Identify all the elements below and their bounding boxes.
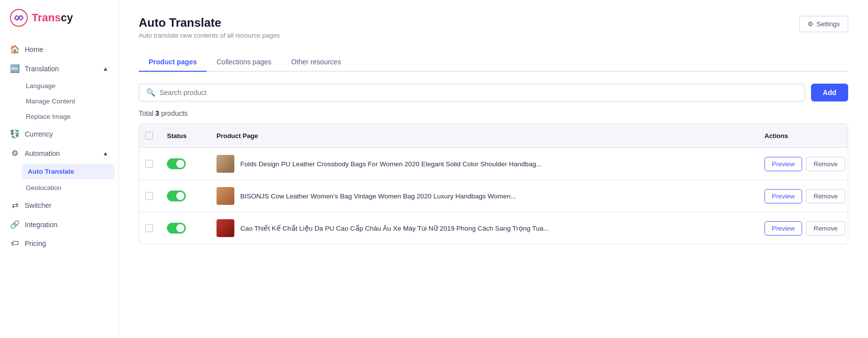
row1-preview-button[interactable]: Preview	[764, 157, 802, 171]
row1-product-name-text: Folds Design PU Leather Crossbody Bags F…	[240, 160, 542, 168]
sidebar-item-switcher[interactable]: ⇄ Switcher	[0, 195, 118, 215]
sidebar-item-replace-image[interactable]: Replace Image	[0, 109, 118, 124]
sidebar-item-pricing[interactable]: 🏷 Pricing	[0, 234, 118, 253]
translation-chevron-icon: ▲	[103, 65, 108, 72]
total-count: 3	[155, 109, 159, 117]
sidebar-item-currency[interactable]: 💱 Currency	[0, 124, 118, 144]
row1-action-buttons: Preview Remove	[764, 157, 845, 171]
sidebar-item-auto-translate[interactable]: Auto Translate	[22, 164, 114, 179]
auto-translate-label: Auto Translate	[28, 168, 74, 175]
tab-product-pages-label: Product pages	[149, 58, 197, 66]
tab-product-pages[interactable]: Product pages	[139, 53, 207, 72]
add-button[interactable]: Add	[811, 84, 848, 101]
sidebar-item-integration-label: Integration	[25, 221, 57, 229]
sidebar-item-home-label: Home	[25, 46, 43, 53]
sidebar-group-automation[interactable]: ⚙ Automation ▲	[0, 144, 118, 163]
page-title: Auto Translate	[139, 16, 280, 30]
search-input[interactable]	[160, 89, 798, 97]
sidebar-item-integration[interactable]: 🔗 Integration	[0, 215, 118, 234]
replace-image-label: Replace Image	[26, 113, 71, 120]
row3-toggle[interactable]	[167, 223, 186, 234]
page-header-text: Auto Translate Auto translate new conten…	[139, 16, 280, 39]
logo-text: Transcy	[32, 11, 73, 24]
row1-product-name: Folds Design PU Leather Crossbody Bags F…	[217, 155, 542, 173]
col-checkbox	[139, 129, 161, 143]
sidebar-item-manage-content[interactable]: Manage Content	[0, 94, 118, 109]
automation-icon: ⚙	[10, 148, 20, 158]
row2-toggle[interactable]	[167, 191, 186, 201]
col-status: Status	[161, 129, 211, 143]
sidebar-item-geolocation[interactable]: Geolocation	[0, 180, 118, 195]
tab-other-resources-label: Other resources	[291, 58, 341, 66]
search-row: 🔍 Add	[139, 84, 848, 101]
sidebar-item-home[interactable]: 🏠 Home	[0, 40, 118, 59]
manage-content-label: Manage Content	[26, 97, 75, 105]
row2-remove-button[interactable]: Remove	[806, 189, 845, 203]
tab-other-resources[interactable]: Other resources	[281, 53, 351, 72]
main-content: Auto Translate Auto translate new conten…	[119, 0, 868, 338]
product-table: Status Product Page Actions Folds Design…	[139, 123, 848, 244]
table-header: Status Product Page Actions	[139, 124, 848, 148]
translation-icon: 🔤	[10, 64, 20, 73]
row2-checkbox[interactable]	[145, 192, 153, 200]
row1-toggle[interactable]	[167, 158, 186, 169]
row1-remove-button[interactable]: Remove	[806, 157, 845, 171]
sidebar-group-translation[interactable]: 🔤 Translation ▲	[0, 59, 118, 78]
row2-preview-button[interactable]: Preview	[764, 189, 802, 203]
search-icon: 🔍	[146, 88, 156, 97]
row1-product-thumbnail	[217, 155, 234, 173]
sidebar-group-translation-label: Translation	[25, 65, 59, 73]
row1-checkbox[interactable]	[145, 160, 153, 168]
search-box: 🔍	[139, 84, 805, 101]
row1-checkbox-cell	[139, 153, 161, 175]
page-subtitle: Auto translate new contents of all resou…	[139, 32, 280, 39]
row3-checkbox-cell	[139, 217, 161, 239]
settings-button-label: Settings	[816, 20, 840, 28]
total-label: Total 3 products	[139, 109, 848, 117]
row3-product-thumbnail	[217, 219, 234, 237]
row1-product-cell: Folds Design PU Leather Crossbody Bags F…	[211, 148, 759, 180]
currency-icon: 💱	[10, 129, 20, 139]
automation-chevron-icon: ▲	[103, 150, 108, 157]
row2-action-buttons: Preview Remove	[764, 189, 845, 203]
sidebar-navigation: 🏠 Home 🔤 Translation ▲ Language Manage C…	[0, 36, 118, 338]
row2-actions-cell: Preview Remove	[759, 182, 848, 210]
row1-actions-cell: Preview Remove	[759, 150, 848, 178]
row3-remove-button[interactable]: Remove	[806, 221, 845, 236]
sidebar-item-pricing-label: Pricing	[25, 240, 46, 247]
row3-checkbox[interactable]	[145, 224, 153, 232]
row3-product-cell: Cao Thiết Kế Chất Liệu Da PU Cao Cấp Châ…	[211, 212, 759, 244]
sidebar-item-switcher-label: Switcher	[25, 201, 52, 209]
row3-action-buttons: Preview Remove	[764, 221, 845, 236]
settings-button[interactable]: ⚙ Settings	[799, 16, 848, 32]
row3-actions-cell: Preview Remove	[759, 214, 848, 242]
home-icon: 🏠	[10, 45, 20, 54]
row3-product-name: Cao Thiết Kế Chất Liệu Da PU Cao Cấp Châ…	[217, 219, 549, 237]
row3-preview-button[interactable]: Preview	[764, 221, 802, 236]
geolocation-label: Geolocation	[26, 184, 61, 192]
table-row: Folds Design PU Leather Crossbody Bags F…	[139, 148, 848, 180]
row3-product-name-text: Cao Thiết Kế Chất Liệu Da PU Cao Cấp Châ…	[240, 224, 549, 232]
table-row: BISONJS Cow Leather Women's Bag Vintage …	[139, 180, 848, 212]
row1-status-cell	[161, 151, 211, 176]
header-checkbox[interactable]	[145, 132, 153, 140]
row2-product-name: BISONJS Cow Leather Women's Bag Vintage …	[217, 187, 516, 205]
gear-icon: ⚙	[808, 20, 814, 28]
sidebar-item-currency-label: Currency	[25, 130, 53, 138]
row2-checkbox-cell	[139, 185, 161, 207]
language-label: Language	[26, 82, 55, 90]
tab-collections-pages[interactable]: Collections pages	[207, 53, 281, 72]
sidebar: Transcy 🏠 Home 🔤 Translation ▲ Language …	[0, 0, 119, 338]
table-row: Cao Thiết Kế Chất Liệu Da PU Cao Cấp Châ…	[139, 212, 848, 244]
logo: Transcy	[0, 0, 118, 36]
row2-product-name-text: BISONJS Cow Leather Women's Bag Vintage …	[240, 193, 516, 200]
page-header: Auto Translate Auto translate new conten…	[139, 16, 848, 39]
sidebar-item-language[interactable]: Language	[0, 78, 118, 94]
pricing-icon: 🏷	[10, 239, 20, 248]
col-product-page: Product Page	[211, 129, 759, 143]
row2-product-cell: BISONJS Cow Leather Women's Bag Vintage …	[211, 180, 759, 212]
logo-icon	[10, 9, 28, 27]
integration-icon: 🔗	[10, 220, 20, 229]
row2-status-cell	[161, 184, 211, 208]
total-unit: products	[161, 109, 188, 117]
